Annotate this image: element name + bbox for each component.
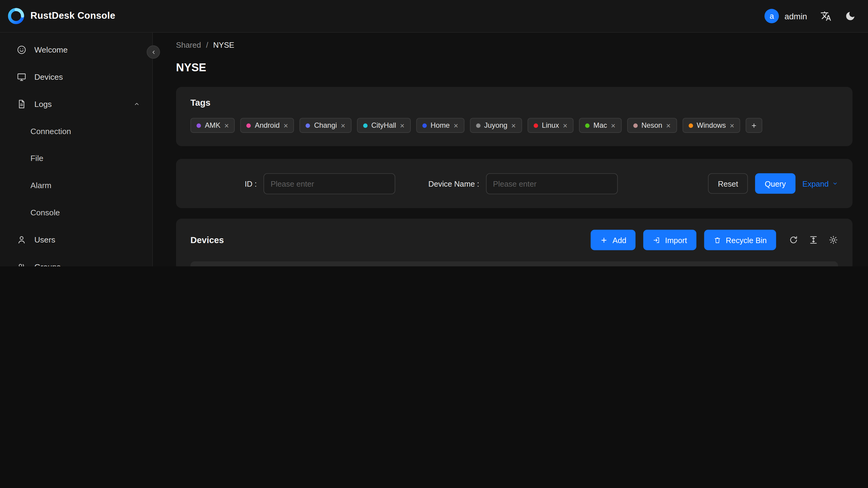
devices-table: ID Device Alias Password (191, 261, 838, 266)
sidebar-item-label: Devices (34, 72, 63, 81)
tag-remove-icon[interactable]: × (511, 121, 516, 129)
tag-label: Changi (314, 121, 337, 129)
add-tag-button[interactable] (746, 118, 763, 132)
tag-chip: AMK × (191, 118, 235, 132)
filter-card: ID : Device Name : Reset Query Expand (176, 159, 852, 208)
import-icon (653, 236, 661, 244)
breadcrumb-parent[interactable]: Shared (176, 40, 201, 49)
tag-label: Linux (542, 121, 559, 129)
chevron-down-icon (832, 181, 838, 187)
sidebar-item-welcome[interactable]: Welcome (0, 36, 152, 63)
sidebar-collapse-button[interactable] (147, 45, 160, 59)
language-icon[interactable] (820, 10, 832, 22)
page-title: NYSE (176, 61, 852, 74)
tag-remove-icon[interactable]: × (224, 121, 229, 129)
id-filter-label: ID : (245, 179, 257, 188)
tag-color-dot (476, 123, 480, 128)
logs-submenu: Connection File Alarm Console (0, 118, 152, 226)
tag-remove-icon[interactable]: × (454, 121, 458, 129)
tag-remove-icon[interactable]: × (284, 121, 288, 129)
table-settings-gear-icon[interactable] (829, 235, 838, 245)
id-filter-group: ID : (245, 173, 395, 194)
column-height-icon[interactable] (809, 235, 818, 245)
sidebar-item-label: Logs (34, 99, 52, 108)
tag-color-dot (585, 123, 590, 128)
devices-card: Devices Add Import Recycle Bin (176, 219, 852, 266)
sidebar-item-label: File (31, 154, 43, 162)
smile-icon (17, 45, 27, 55)
breadcrumb-current: NYSE (213, 40, 235, 49)
sidebar-item-logs[interactable]: Logs (0, 90, 152, 118)
expand-toggle[interactable]: Expand (803, 179, 838, 188)
tag-remove-icon[interactable]: × (666, 121, 671, 129)
sidebar-item-label: Alarm (31, 181, 51, 189)
tag-color-dot (688, 123, 693, 128)
tag-list: AMK × Android × Changi × (191, 118, 838, 132)
tag-label: Mac (593, 121, 607, 129)
chevron-up-icon (133, 100, 140, 107)
id-filter-input[interactable] (264, 173, 395, 194)
sidebar-item-label: Connection (31, 126, 71, 135)
import-button[interactable]: Import (644, 230, 696, 250)
plus-icon (600, 236, 608, 244)
tag-color-dot (306, 123, 310, 128)
top-bar: RustDesk Console a admin (0, 0, 868, 33)
sidebar-item-file[interactable]: File (0, 144, 152, 172)
devices-card-header: Devices Add Import Recycle Bin (191, 230, 838, 250)
sidebar-item-users[interactable]: Users (0, 226, 152, 253)
sidebar-item-label: Groups (34, 262, 61, 266)
sidebar-item-label: Console (31, 208, 60, 216)
sidebar-item-groups[interactable]: Groups (0, 253, 152, 266)
tag-color-dot (363, 123, 368, 128)
tag-color-dot (633, 123, 638, 128)
user-icon (17, 234, 27, 244)
avatar: a (765, 9, 779, 23)
column-header-password: Password (479, 261, 547, 266)
devices-card-title: Devices (191, 235, 224, 245)
tag-color-dot (422, 123, 427, 128)
sidebar-item-alarm[interactable]: Alarm (0, 172, 152, 199)
sidebar-item-devices[interactable]: Devices (0, 63, 152, 90)
breadcrumb: Shared / NYSE (176, 40, 852, 49)
recycle-bin-label: Recycle Bin (726, 236, 767, 244)
user-menu[interactable]: a admin (765, 9, 807, 23)
add-device-button[interactable]: Add (591, 230, 636, 250)
main-content: Shared / NYSE NYSE Tags AMK × Android (153, 33, 868, 266)
sidebar-item-label: Welcome (34, 45, 68, 54)
theme-toggle-icon[interactable] (845, 10, 856, 22)
column-header-alias: Alias (417, 261, 479, 266)
column-header-id: ID (214, 261, 290, 266)
sidebar-item-label: Users (34, 235, 55, 244)
tag-chip: CityHall × (357, 118, 411, 132)
tag-remove-icon[interactable]: × (341, 121, 345, 129)
tag-color-dot (533, 123, 538, 128)
tag-label: Juyong (484, 121, 507, 129)
tag-label: Windows (697, 121, 726, 129)
device-name-filter-label: Device Name : (428, 179, 479, 188)
tags-card-title: Tags (191, 98, 838, 108)
tag-chip: Home × (416, 118, 464, 132)
tag-remove-icon[interactable]: × (563, 121, 567, 129)
tag-chip: Android × (240, 118, 294, 132)
tag-chip: Mac × (579, 118, 622, 132)
tag-remove-icon[interactable]: × (400, 121, 404, 129)
recycle-bin-button[interactable]: Recycle Bin (704, 230, 776, 250)
chevron-left-icon (150, 49, 156, 55)
expand-label: Expand (803, 179, 829, 188)
import-label: Import (665, 236, 687, 244)
sidebar-item-connection[interactable]: Connection (0, 118, 152, 145)
brand: RustDesk Console (8, 8, 115, 25)
file-text-icon (17, 99, 27, 109)
tag-remove-icon[interactable]: × (611, 121, 616, 129)
query-button[interactable]: Query (755, 173, 795, 194)
sidebar: Welcome Devices Logs Connection File Ala (0, 33, 153, 266)
tag-chip: Juyong × (470, 118, 522, 132)
monitor-icon (17, 71, 27, 82)
refresh-icon[interactable] (789, 235, 798, 245)
tag-remove-icon[interactable]: × (730, 121, 734, 129)
reset-button[interactable]: Reset (708, 173, 748, 194)
sidebar-item-console[interactable]: Console (0, 199, 152, 226)
trash-icon (714, 236, 721, 244)
device-name-filter-input[interactable] (486, 173, 618, 194)
plus-icon (751, 122, 757, 129)
